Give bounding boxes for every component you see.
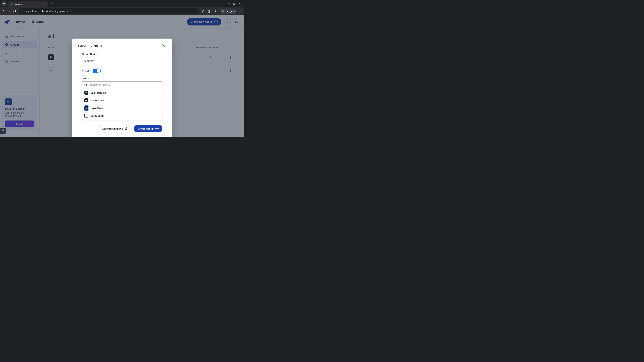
user-checkbox[interactable] (84, 91, 88, 95)
incognito-label: Incognito (226, 10, 235, 12)
group-name-input[interactable] (82, 57, 162, 65)
tab-search-dropdown[interactable] (1, 1, 7, 6)
discard-label: Discard Changes (102, 127, 123, 130)
user-name-label: Luke Brown (91, 107, 105, 110)
nav-reload-icon[interactable] (13, 10, 16, 13)
search-icon (84, 83, 88, 87)
incognito-icon (222, 10, 225, 13)
user-list-item[interactable]: Luke Brown (82, 104, 162, 112)
users-label: Users (82, 77, 162, 80)
svg-rect-3 (21, 11, 22, 12)
svg-rect-1 (234, 3, 235, 4)
robin-favicon-icon (10, 3, 13, 6)
extensions-icon[interactable] (208, 10, 211, 13)
svg-point-8 (241, 12, 242, 12)
svg-rect-4 (22, 10, 23, 11)
trash-icon (124, 127, 128, 130)
create-group-modal: Create Group Group Name Private Users Ja… (72, 38, 172, 137)
svg-rect-5 (22, 11, 23, 12)
new-tab-button[interactable]: + (50, 1, 54, 6)
site-info-icon[interactable] (21, 10, 24, 12)
bookmark-icon[interactable] (202, 9, 205, 13)
user-name-label: John Smith (91, 114, 104, 117)
user-list-item[interactable]: Jack Daniels (82, 89, 162, 96)
downloads-icon[interactable] (214, 10, 217, 13)
plus-circle-icon (155, 127, 159, 130)
private-toggle[interactable] (92, 68, 101, 73)
window-maximize-icon[interactable] (234, 3, 236, 5)
private-label: Private (82, 69, 90, 72)
create-group-submit-button[interactable]: Create Group (134, 125, 162, 132)
svg-point-6 (241, 10, 242, 11)
group-name-label: Group Name (82, 53, 162, 55)
svg-rect-2 (21, 10, 22, 11)
user-name-label: Lauren Deli (91, 99, 104, 102)
user-checkbox[interactable] (84, 98, 88, 102)
user-checkbox[interactable] (84, 114, 88, 118)
modal-title: Create Group (78, 44, 102, 48)
user-search-input[interactable] (82, 81, 162, 89)
browser-tab[interactable]: Robin AI (8, 1, 48, 7)
user-list-item[interactable]: Lauren Deli (82, 96, 162, 104)
user-checkbox[interactable] (84, 106, 88, 110)
window-close-icon[interactable] (239, 3, 241, 5)
incognito-badge[interactable]: Incognito (220, 9, 237, 14)
svg-point-7 (241, 11, 242, 11)
discard-changes-button[interactable]: Discard Changes (98, 125, 132, 132)
tab-close-icon[interactable] (44, 3, 46, 5)
url-text: app.robinai.co.uk/review/settings/groups… (26, 10, 68, 12)
window-minimize-icon[interactable] (228, 3, 230, 5)
user-name-label: Jack Daniels (91, 91, 106, 94)
nav-forward-icon (8, 9, 11, 13)
browser-menu-icon[interactable] (240, 10, 242, 12)
nav-back-icon[interactable] (2, 9, 5, 13)
url-bar[interactable]: app.robinai.co.uk/review/settings/groups… (18, 8, 199, 14)
create-label: Create Group (138, 127, 154, 130)
close-icon[interactable] (161, 43, 166, 48)
user-list-item[interactable]: John Smith (82, 112, 162, 120)
tab-title: Robin AI (15, 3, 42, 6)
